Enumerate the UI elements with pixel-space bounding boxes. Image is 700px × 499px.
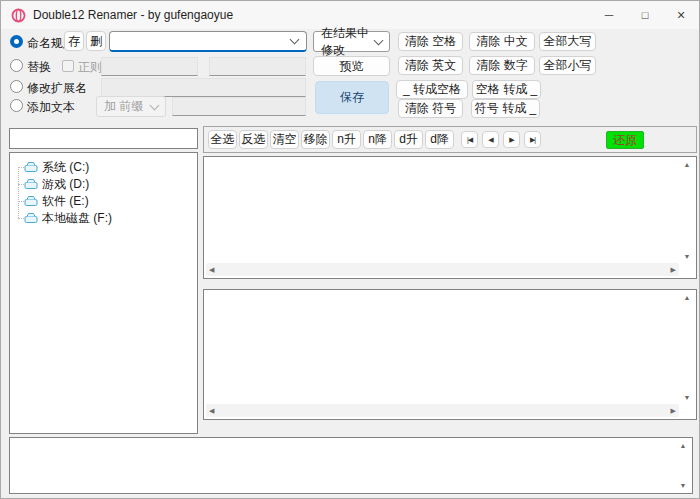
clear-digits-button[interactable]: 清除 数字 <box>469 56 535 75</box>
result-mode-select[interactable]: 在结果中修改 <box>313 31 390 52</box>
result-list-panel[interactable]: ▲ ▼ ◀ ▶ <box>203 289 697 420</box>
scroll-right-icon[interactable]: ▶ <box>671 266 676 273</box>
name-ascending-button[interactable]: n升 <box>332 130 361 149</box>
vertical-scrollbar[interactable]: ▲ ▼ <box>676 440 690 491</box>
remove-button[interactable]: 移除 <box>301 130 330 149</box>
tree-item-label: 软件 (E:) <box>42 193 89 210</box>
change-extension-label: 修改扩展名 <box>27 81 87 95</box>
tree-item-drive-f[interactable]: 本地磁盘 (F:) <box>24 210 112 226</box>
regex-checkbox[interactable] <box>62 60 74 72</box>
chevron-down-icon <box>150 100 160 110</box>
app-icon <box>11 8 26 23</box>
scroll-down-icon[interactable]: ▼ <box>684 253 691 260</box>
maximize-button[interactable]: □ <box>627 1 663 29</box>
tree-item-label: 游戏 (D:) <box>42 176 89 193</box>
uppercase-button[interactable]: 全部大写 <box>539 32 596 51</box>
clear-english-button[interactable]: 清除 英文 <box>398 56 463 75</box>
file-list-panel[interactable]: ▲ ▼ ◀ ▶ <box>203 156 697 279</box>
drive-icon <box>24 195 38 207</box>
scroll-right-icon[interactable]: ▶ <box>671 407 676 414</box>
date-descending-button[interactable]: d降 <box>425 130 454 149</box>
select-all-button[interactable]: 全选 <box>208 130 237 149</box>
radio-change-extension[interactable] <box>10 80 23 93</box>
go-first-button[interactable]: |◀ <box>461 131 478 148</box>
tree-item-label: 系统 (C:) <box>42 159 89 176</box>
app-window: Double12 Renamer - by gufengaoyue ─ □ × … <box>0 0 700 499</box>
close-button[interactable]: × <box>663 1 699 29</box>
minimize-button[interactable]: ─ <box>591 1 627 29</box>
lowercase-button[interactable]: 全部小写 <box>539 56 596 75</box>
add-text-label: 添加文本 <box>27 100 75 114</box>
invert-selection-button[interactable]: 反选 <box>239 130 268 149</box>
list-toolbar: 全选 反选 清空 移除 n升 n降 d升 d降 |◀ ◀ ▶ ▶| 还原 <box>203 126 697 153</box>
result-mode-value: 在结果中修改 <box>321 25 375 59</box>
symbols-to-underscore-button[interactable]: 符号 转成 _ <box>471 99 540 118</box>
space-to-underscore-button[interactable]: 空格 转成 _ <box>472 80 541 99</box>
drive-icon <box>24 178 38 190</box>
window-title: Double12 Renamer - by gufengaoyue <box>33 8 233 22</box>
tree-branch-line <box>18 167 19 218</box>
scroll-down-icon[interactable]: ▼ <box>680 482 687 489</box>
scroll-up-icon[interactable]: ▲ <box>684 161 691 168</box>
name-descending-button[interactable]: n降 <box>363 130 392 149</box>
add-text-field[interactable] <box>172 97 306 116</box>
delete-rule-button[interactable]: 删 <box>86 31 106 51</box>
go-last-button[interactable]: ▶| <box>524 131 541 148</box>
replace-with-field[interactable] <box>209 57 306 76</box>
vertical-scrollbar[interactable]: ▲ ▼ <box>680 159 694 262</box>
clear-space-button[interactable]: 清除 空格 <box>398 32 463 51</box>
extension-field[interactable] <box>101 78 306 97</box>
restore-button[interactable]: 还原 <box>606 131 644 149</box>
preview-button[interactable]: 预览 <box>313 56 390 76</box>
scroll-down-icon[interactable]: ▼ <box>684 394 691 401</box>
tree-item-drive-c[interactable]: 系统 (C:) <box>24 159 89 175</box>
go-next-button[interactable]: ▶ <box>503 131 520 148</box>
add-text-mode-value: 加 前缀 <box>104 98 143 115</box>
radio-add-text[interactable] <box>10 99 23 112</box>
date-ascending-button[interactable]: d升 <box>394 130 423 149</box>
scroll-left-icon[interactable]: ◀ <box>209 266 214 273</box>
path-input[interactable] <box>9 128 198 149</box>
chevron-down-icon <box>374 35 384 45</box>
log-panel[interactable]: ▲ ▼ <box>9 437 693 494</box>
horizontal-scrollbar[interactable]: ◀ ▶ <box>206 404 679 417</box>
scroll-up-icon[interactable]: ▲ <box>684 294 691 301</box>
naming-rule-combobox[interactable] <box>109 31 307 52</box>
naming-rule-input[interactable] <box>110 34 291 48</box>
scroll-up-icon[interactable]: ▲ <box>680 442 687 449</box>
replace-find-field[interactable] <box>101 57 198 76</box>
tree-item-label: 本地磁盘 (F:) <box>42 210 112 227</box>
clear-list-button[interactable]: 清空 <box>270 130 299 149</box>
vertical-scrollbar[interactable]: ▲ ▼ <box>680 292 694 403</box>
go-previous-button[interactable]: ◀ <box>482 131 499 148</box>
replace-label: 替换 <box>27 60 51 74</box>
tree-item-drive-e[interactable]: 软件 (E:) <box>24 193 89 209</box>
underscore-to-space-button[interactable]: _ 转成空格 <box>396 80 468 99</box>
store-rule-button[interactable]: 存 <box>64 31 84 51</box>
drive-tree-panel[interactable]: 系统 (C:) 游戏 (D:) 软件 (E:) 本地磁盘 (F:) <box>9 152 198 434</box>
radio-naming-rule[interactable] <box>10 35 23 48</box>
add-text-mode-select[interactable]: 加 前缀 <box>96 96 166 117</box>
scroll-left-icon[interactable]: ◀ <box>209 407 214 414</box>
drive-icon <box>24 161 38 173</box>
clear-chinese-button[interactable]: 清除 中文 <box>469 32 535 51</box>
tree-item-drive-d[interactable]: 游戏 (D:) <box>24 176 89 192</box>
regex-label: 正则 <box>78 60 102 74</box>
chevron-down-icon <box>290 35 300 45</box>
horizontal-scrollbar[interactable]: ◀ ▶ <box>206 263 679 276</box>
drive-icon <box>24 212 38 224</box>
radio-replace[interactable] <box>10 59 23 72</box>
save-button[interactable]: 保存 <box>315 81 389 114</box>
clear-symbols-button[interactable]: 清除 符号 <box>398 99 463 118</box>
